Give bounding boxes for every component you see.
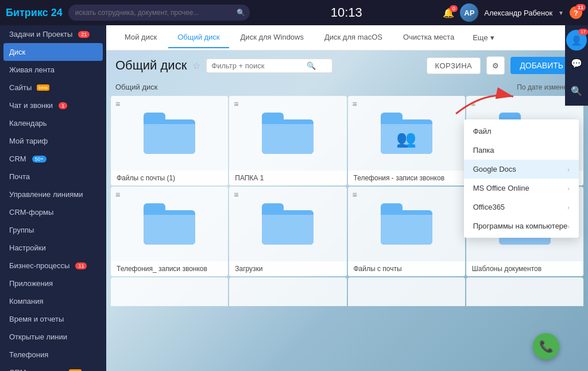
username-label[interactable]: Александр Рабенок bbox=[484, 9, 552, 17]
breadcrumb-bar: Общий диск По дате изменения bbox=[106, 80, 588, 96]
gear-icon: ⚙ bbox=[492, 61, 499, 70]
help-button[interactable]: ? 11 bbox=[570, 6, 582, 19]
filter-search-icon: 🔍 bbox=[307, 61, 316, 70]
folder-icon-0 bbox=[144, 113, 195, 154]
favorite-star-icon[interactable]: ☆ bbox=[192, 60, 200, 71]
sidebar-label-crmforms: CRM-формы bbox=[9, 208, 53, 217]
card-footer-5: Загрузки bbox=[229, 261, 346, 276]
card-thumb-2: ≡ 👥 bbox=[348, 96, 465, 171]
sidebar-label-crmmarketing: CRM-маркетинг bbox=[9, 368, 64, 371]
file-name-6: Файлы с почты bbox=[354, 265, 402, 273]
card-menu-icon-1[interactable]: ≡ bbox=[234, 99, 238, 109]
sidebar-item-telephony[interactable]: Телефония bbox=[0, 346, 106, 364]
app-name-part2: 24 bbox=[51, 7, 63, 18]
file-card-4[interactable]: ≡ Телефония_ записи звонков bbox=[111, 187, 228, 276]
card-menu-icon-3[interactable]: ≡ bbox=[471, 99, 475, 109]
chevron-down-icon: ▾ bbox=[490, 33, 494, 42]
file-card-0[interactable]: ≡ Файлы с почты (1) bbox=[111, 96, 228, 186]
sidebar-item-disk[interactable]: Диск bbox=[3, 43, 103, 61]
sidebar-item-tariff[interactable]: Мой тариф bbox=[0, 132, 106, 150]
sidebar-item-lines[interactable]: Управление линиями bbox=[0, 186, 106, 203]
settings-gear-button[interactable]: ⚙ bbox=[486, 56, 505, 75]
card-menu-icon-4[interactable]: ≡ bbox=[115, 190, 120, 199]
sidebar-item-chat[interactable]: Чат и звонки 1 bbox=[0, 96, 106, 114]
file-card-2[interactable]: ≡ 👥 Телефония - записи звонков bbox=[348, 96, 465, 186]
partial-card-0 bbox=[111, 277, 228, 306]
tab-more[interactable]: Еще ▾ bbox=[466, 28, 501, 48]
sidebar-item-feed[interactable]: Живая лента bbox=[0, 61, 106, 79]
sidebar-label-groups: Группы bbox=[9, 226, 34, 234]
user-avatar[interactable]: АР bbox=[460, 3, 478, 22]
sidebar-label-company: Компания bbox=[9, 297, 44, 306]
file-name-1: ПАПКА 1 bbox=[235, 174, 264, 182]
partial-card-1 bbox=[229, 277, 346, 306]
sidebar-item-settings[interactable]: Настройки bbox=[0, 239, 106, 257]
right-icon-people[interactable]: 👤 17 bbox=[566, 30, 587, 51]
sidebar-item-mail[interactable]: Почта bbox=[0, 168, 106, 186]
card-footer-0: Файлы с почты (1) bbox=[111, 171, 228, 186]
dropdown-item-msofficeonline[interactable]: MS Office Online › bbox=[464, 179, 579, 198]
card-thumb-1: ≡ bbox=[229, 96, 346, 171]
file-card-5[interactable]: ≡ Загрузки bbox=[229, 187, 346, 276]
app-logo[interactable]: Битрикс 24 bbox=[6, 7, 63, 19]
card-footer-1: ПАПКА 1 bbox=[229, 171, 346, 186]
sidebar-item-apps[interactable]: Приложения bbox=[0, 275, 106, 292]
sidebar-item-sites[interactable]: Сайты beta bbox=[0, 79, 106, 96]
topbar-right: 🔔 0 АР Александр Рабенок ▼ ? 11 bbox=[443, 3, 582, 22]
filter-search-box[interactable]: 🔍 bbox=[206, 59, 332, 73]
sidebar-item-openlines[interactable]: Открытые линии bbox=[0, 328, 106, 346]
search-input[interactable] bbox=[68, 5, 250, 21]
global-search[interactable]: 🔍 bbox=[68, 5, 250, 21]
content: Мой диск Общий диск Диск для Windows Дис… bbox=[106, 25, 588, 371]
user-dropdown-arrow[interactable]: ▼ bbox=[558, 10, 564, 16]
sidebar-item-crm[interactable]: CRM 50+ bbox=[0, 150, 106, 168]
file-card-6[interactable]: ≡ Файлы с почты bbox=[348, 187, 465, 276]
tab-cleanup[interactable]: Очистка места bbox=[394, 27, 463, 48]
notifications-bell[interactable]: 🔔 0 bbox=[443, 7, 454, 18]
card-footer-7: Шаблоны документов bbox=[466, 261, 583, 276]
chat-icon: 💬 bbox=[571, 58, 582, 69]
dropdown-item-googledocs[interactable]: Google Docs › bbox=[464, 160, 579, 179]
dropdown-item-office365[interactable]: Office365 › bbox=[464, 198, 579, 217]
filter-input[interactable] bbox=[211, 61, 303, 70]
card-menu-icon-5[interactable]: ≡ bbox=[234, 190, 238, 199]
folder-icon-6 bbox=[381, 203, 432, 245]
sidebar-label-lines: Управление линиями bbox=[9, 190, 83, 199]
dropdown-item-folder[interactable]: Папка bbox=[464, 141, 579, 160]
sidebar-item-bproc[interactable]: Бизнес-процессы 11 bbox=[0, 257, 106, 275]
basket-button[interactable]: КОРЗИНА bbox=[427, 57, 481, 74]
card-menu-icon-0[interactable]: ≡ bbox=[115, 99, 120, 109]
right-icon-chat[interactable]: 💬 bbox=[566, 53, 587, 74]
card-footer-4: Телефония_ записи звонков bbox=[111, 261, 228, 276]
tab-disk-macos[interactable]: Диск для macOS bbox=[315, 27, 392, 48]
right-icon-search[interactable]: 🔍 bbox=[566, 80, 587, 101]
dropdown-item-programs[interactable]: Программы на компьютере › bbox=[464, 217, 579, 235]
card-menu-icon-2[interactable]: ≡ bbox=[353, 99, 357, 109]
sidebar-item-company[interactable]: Компания bbox=[0, 292, 106, 310]
file-name-4: Телефония_ записи звонков bbox=[117, 265, 207, 273]
tab-common-disk[interactable]: Общий диск bbox=[168, 27, 229, 48]
file-name-0: Файлы с почты (1) bbox=[117, 174, 175, 182]
sidebar-label-bproc: Бизнес-процессы bbox=[9, 261, 69, 270]
right-panel: 👤 17 💬 🔍 bbox=[565, 25, 588, 106]
sidebar-badge-tasks: 21 bbox=[78, 31, 90, 38]
sidebar-item-calendar[interactable]: Календарь bbox=[0, 114, 106, 132]
file-card-1[interactable]: ≡ ПАПКА 1 bbox=[229, 96, 346, 186]
sidebar-item-crmforms[interactable]: CRM-формы bbox=[0, 203, 106, 221]
folder-icon-4 bbox=[144, 203, 195, 245]
notifications-badge: 0 bbox=[450, 5, 458, 12]
phone-button[interactable]: 📞 bbox=[533, 333, 559, 360]
dropdown-item-file[interactable]: Файл bbox=[464, 122, 579, 141]
tab-disk-windows[interactable]: Диск для Windows bbox=[231, 27, 313, 48]
tab-my-disk[interactable]: Мой диск bbox=[115, 27, 166, 48]
sidebar-item-time[interactable]: Время и отчеты bbox=[0, 310, 106, 328]
sidebar-item-groups[interactable]: Группы bbox=[0, 221, 106, 239]
card-menu-icon-6[interactable]: ≡ bbox=[353, 190, 357, 199]
folder-people-icon: 👥 bbox=[396, 129, 416, 148]
content-toolbar: Общий диск ☆ 🔍 КОРЗИНА ⚙ ДОБАВИТЬ ▾ bbox=[106, 51, 588, 80]
sidebar-label-disk: Диск bbox=[9, 48, 25, 56]
folder-tab bbox=[144, 113, 165, 122]
sidebar-item-crmmarketing[interactable]: CRM-маркетинг beta bbox=[0, 364, 106, 371]
topbar-clock: 10:13 bbox=[256, 5, 437, 20]
sidebar-item-tasks[interactable]: Задачи и Проекты 21 bbox=[0, 25, 106, 43]
